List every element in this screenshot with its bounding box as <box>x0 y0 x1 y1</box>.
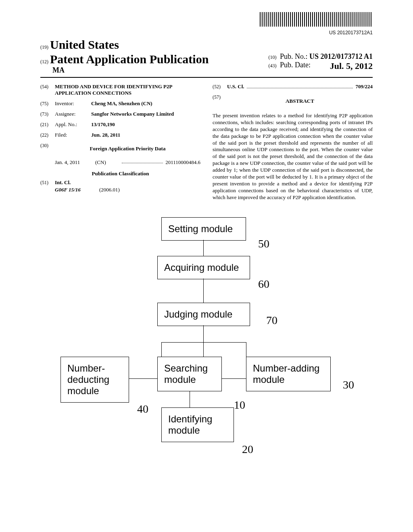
publication-title: Patent Application Publication <box>50 52 209 66</box>
header-main: (12) Patent Application Publication MA (… <box>40 52 373 78</box>
connector-line <box>190 391 190 407</box>
connector-line <box>129 378 157 379</box>
pub-no-value: US 2012/0173712 A1 <box>309 52 373 60</box>
filed-value: Jun. 28, 2011 <box>91 132 200 138</box>
foreign-date: Jan. 4, 2011 <box>55 159 95 166</box>
inid-54: (54) <box>40 83 55 90</box>
author-surname: MA <box>52 66 209 75</box>
ref-num-70: 70 <box>266 314 277 327</box>
inid-51: (51) <box>40 179 55 186</box>
connector-line <box>222 378 246 379</box>
connector-line <box>161 342 246 343</box>
assignee-value: Sangfor Networks Company Limited <box>91 111 200 117</box>
dot-leader <box>247 84 353 88</box>
assignee-label: Assignee: <box>55 111 91 117</box>
publication-classification-heading: Publication Classification <box>40 170 200 177</box>
figure-diagram: Setting module 50 Acquiring module 60 Ju… <box>40 217 373 467</box>
invention-title: METHOD AND DEVICE FOR IDENTIFYING P2P AP… <box>55 83 200 96</box>
foreign-country-code: (CN) <box>95 159 119 166</box>
inid-21: (21) <box>40 121 55 128</box>
box-setting-module: Setting module <box>161 217 246 241</box>
connector-line <box>203 325 204 357</box>
connector-line <box>203 278 204 303</box>
barcode-area <box>40 12 373 28</box>
connector-line <box>203 240 204 256</box>
box-number-deducting-module: Number-deducting module <box>60 357 129 403</box>
int-cl-label: Int. Cl. <box>55 179 200 186</box>
inid-22: (22) <box>40 132 55 138</box>
barcode-number: US 20120173712A1 <box>40 30 373 35</box>
int-cl-code: G06F 15/16 <box>55 187 99 193</box>
ref-num-20: 20 <box>242 443 253 456</box>
ref-num-50: 50 <box>258 237 269 250</box>
pub-date-label: Pub. Date: <box>280 61 311 69</box>
barcode-graphic <box>260 12 373 27</box>
inid-52: (52) <box>213 83 227 90</box>
us-cl-value: 709/224 <box>355 83 373 90</box>
us-cl-label: U.S. Cl. <box>227 83 244 90</box>
box-number-adding-module: Number-adding module <box>246 357 331 391</box>
box-identifying-module: Identifying module <box>161 407 234 442</box>
box-searching-module: Searching module <box>157 357 222 391</box>
connector-line <box>246 342 246 357</box>
ref-num-40: 40 <box>137 403 148 416</box>
abstract-text: The present invention relates to a metho… <box>213 112 373 201</box>
inid-19: (19) <box>40 44 48 50</box>
foreign-priority-heading: Foreign Application Priority Data <box>55 145 200 152</box>
foreign-appl-number: 201110000484.6 <box>165 159 200 166</box>
inid-43: (43) <box>268 63 276 69</box>
appl-no-value: 13/170,190 <box>91 121 200 128</box>
inid-10: (10) <box>268 54 276 60</box>
inid-12: (12) <box>40 59 48 65</box>
appl-no-label: Appl. No.: <box>55 121 91 128</box>
pub-no-label: Pub. No.: <box>280 52 308 60</box>
filed-label: Filed: <box>55 132 91 138</box>
box-acquiring-module: Acquiring module <box>157 256 250 279</box>
inid-73: (73) <box>40 111 55 117</box>
abstract-heading: ABSTRACT <box>227 98 373 104</box>
box-judging-module: Judging module <box>157 303 250 326</box>
ref-num-10: 10 <box>234 399 245 411</box>
inventor-label: Inventor: <box>55 100 91 107</box>
ref-num-60: 60 <box>258 278 269 291</box>
inid-30: (30) <box>40 142 55 149</box>
ref-num-30: 30 <box>343 378 354 391</box>
inventor-value: Cheng MA, Shenzhen (CN) <box>91 100 200 107</box>
pub-date-value: Jul. 5, 2012 <box>330 61 373 71</box>
dot-leader <box>122 159 163 163</box>
country-name: United States <box>50 38 119 52</box>
connector-line <box>161 342 162 357</box>
int-cl-year: (2006.01) <box>99 187 120 193</box>
bibliographic-area: (54) METHOD AND DEVICE FOR IDENTIFYING P… <box>40 83 373 201</box>
inid-75: (75) <box>40 100 55 107</box>
inid-57: (57) <box>213 94 227 100</box>
